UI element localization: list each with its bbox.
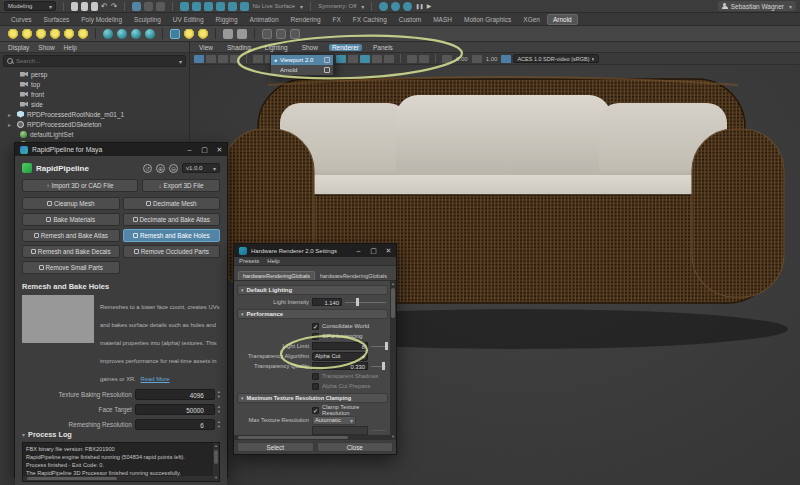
shelf-tab-custom[interactable]: Custom	[394, 15, 426, 24]
action-decimate-bake-atlas[interactable]: Decimate and Bake Atlas	[123, 213, 221, 226]
select-object-icon[interactable]	[144, 2, 153, 11]
close-button[interactable]: ✕	[212, 143, 227, 156]
action-remove-occluded-parts[interactable]: Remove Occluded Parts	[123, 245, 221, 258]
minimize-button[interactable]: –	[351, 244, 366, 257]
transparency-quality-slider[interactable]	[371, 362, 388, 370]
shelf-tab-rendering[interactable]: Rendering	[286, 15, 326, 24]
action-remove-small-parts[interactable]: Remove Small Parts	[22, 261, 120, 274]
snap-projected-center-icon[interactable]	[216, 2, 225, 11]
render-settings-icon[interactable]	[403, 2, 412, 11]
spot-light-icon[interactable]	[36, 29, 46, 39]
gamma-value[interactable]: 1.00	[486, 56, 498, 62]
expand-icon[interactable]: ▸	[8, 121, 14, 128]
option-box-icon[interactable]	[324, 67, 330, 73]
grid-icon[interactable]	[253, 55, 263, 63]
action-remesh-bake-atlas[interactable]: Remesh and Bake Atlas	[22, 229, 120, 242]
color-management-icon[interactable]	[501, 55, 511, 63]
transparency-quality-input[interactable]: 0.330	[312, 362, 368, 370]
menu-presets[interactable]: Presets	[239, 258, 259, 264]
view-transform-selector[interactable]: ACES 1.0 SDR-video (sRGB) ▾	[513, 54, 599, 63]
face-target-input[interactable]: 50000	[135, 404, 215, 415]
flush-cache-icon[interactable]	[223, 29, 233, 39]
outliner-item-rootnode[interactable]: ▸RPDProcessedRootNode_m01_1	[0, 109, 189, 119]
search-input[interactable]	[16, 58, 174, 64]
expand-icon[interactable]: ▸	[8, 111, 14, 118]
exposure-icon[interactable]	[442, 55, 452, 63]
action-cleanup-mesh[interactable]: Cleanup Mesh	[22, 197, 120, 210]
shadows-icon[interactable]	[360, 55, 370, 63]
render-view-icon[interactable]	[379, 2, 388, 11]
clamp-texture-resolution-checkbox[interactable]	[312, 407, 319, 414]
consolidate-world-checkbox[interactable]	[312, 323, 319, 330]
vp-menu-lighting[interactable]: Lighting	[262, 44, 291, 51]
shelf-tab-rigging[interactable]: Rigging	[211, 15, 243, 24]
vp-menu-renderer[interactable]: Renderer	[329, 44, 362, 51]
ipr-render-icon[interactable]	[391, 2, 400, 11]
outliner-item-front[interactable]: front	[0, 89, 189, 99]
light-limit-input[interactable]: 8	[312, 342, 368, 350]
maximize-button[interactable]: ▢	[197, 143, 212, 156]
outliner-menu-display[interactable]: Display	[8, 44, 29, 51]
zoom-in-icon[interactable]: ⊕	[156, 164, 165, 173]
photometric-light-icon[interactable]	[78, 29, 88, 39]
read-more-link[interactable]: Read More	[140, 376, 169, 382]
action-decimate-mesh[interactable]: Decimate Mesh	[123, 197, 221, 210]
remeshing-resolution-input[interactable]: 6	[135, 419, 215, 430]
alpha-cut-prepass-checkbox[interactable]	[312, 383, 319, 390]
skydome-light-icon[interactable]	[50, 29, 60, 39]
lock-camera-icon[interactable]	[206, 55, 216, 63]
layout-single-icon[interactable]	[262, 29, 272, 39]
image-plane-icon[interactable]	[218, 55, 228, 63]
menu-help[interactable]: Help	[267, 258, 279, 264]
layout-four-icon[interactable]	[276, 29, 286, 39]
play-icon[interactable]: ▶	[427, 2, 432, 11]
outliner-item-top[interactable]: top	[0, 79, 189, 89]
tx-manager-icon[interactable]	[237, 29, 247, 39]
version-selector[interactable]: v1.0.0 ▾	[182, 163, 220, 173]
max-texture-resolution-dropdown[interactable]: Automatic ▾	[312, 416, 356, 425]
shelf-tab-curves[interactable]: Curves	[6, 15, 37, 24]
log-vertical-scrollbar[interactable]: ▲▼	[213, 443, 219, 481]
curve-collector-icon[interactable]	[145, 29, 155, 39]
snap-curve-icon[interactable]	[192, 2, 201, 11]
shelf-tab-arnold[interactable]: Arnold	[547, 14, 578, 25]
section-default-lighting[interactable]: ▾ Default Lighting	[237, 285, 388, 295]
light-limit-slider[interactable]	[371, 342, 388, 350]
shelf-tab-mash[interactable]: MASH	[428, 15, 457, 24]
close-button[interactable]: ✕	[381, 244, 396, 257]
log-horizontal-scrollbar[interactable]	[23, 476, 213, 481]
select-hierarchy-icon[interactable]	[132, 2, 141, 11]
shelf-tab-uv-editing[interactable]: UV Editing	[168, 15, 209, 24]
select-component-icon[interactable]	[156, 2, 165, 11]
transparency-algorithm-dropdown[interactable]: Alpha Cut ▾	[312, 352, 368, 361]
texture-baking-resolution-input[interactable]: 4096	[135, 389, 215, 400]
chevron-down-icon[interactable]: ▾	[300, 3, 303, 10]
hw-horizontal-scrollbar[interactable]	[234, 435, 390, 440]
snap-grid-icon[interactable]	[180, 2, 189, 11]
tab-hardware-rendering-globals[interactable]: hardwareRenderingGlobals	[238, 271, 315, 280]
shelf-tab-motion-graphics[interactable]: Motion Graphics	[459, 15, 516, 24]
shelf-tab-fx-caching[interactable]: FX Caching	[348, 15, 392, 24]
new-scene-icon[interactable]	[71, 2, 78, 11]
import-button[interactable]: ↑ Import 3D or CAD File	[22, 179, 138, 192]
light-intensity-slider[interactable]	[345, 298, 388, 306]
open-scene-icon[interactable]	[81, 2, 88, 11]
shelf-tab-poly-modeling[interactable]: Poly Modeling	[76, 15, 127, 24]
outliner-menu-help[interactable]: Help	[64, 44, 77, 51]
minimize-button[interactable]: –	[182, 143, 197, 156]
point-light-icon[interactable]	[22, 29, 32, 39]
stepper[interactable]: ▴▾	[218, 405, 220, 414]
layout-split-icon[interactable]	[290, 29, 300, 39]
user-account-menu[interactable]: Sebastian Wagner ▾	[718, 1, 796, 11]
process-log-header[interactable]: ▾ Process Log	[22, 430, 220, 439]
snap-point-icon[interactable]	[204, 2, 213, 11]
undo-icon[interactable]: ↶	[101, 2, 108, 11]
snap-view-plane-icon[interactable]	[228, 2, 237, 11]
symmetry-selector[interactable]: Symmetry: Off	[318, 3, 356, 9]
vp-menu-shading[interactable]: Shading	[224, 44, 254, 51]
xray-icon[interactable]	[407, 55, 417, 63]
standard-surface-icon[interactable]	[103, 29, 113, 39]
transparent-shadows-checkbox[interactable]	[312, 373, 319, 380]
area-light-icon[interactable]	[8, 29, 18, 39]
shelf-tab-animation[interactable]: Animation	[245, 15, 284, 24]
